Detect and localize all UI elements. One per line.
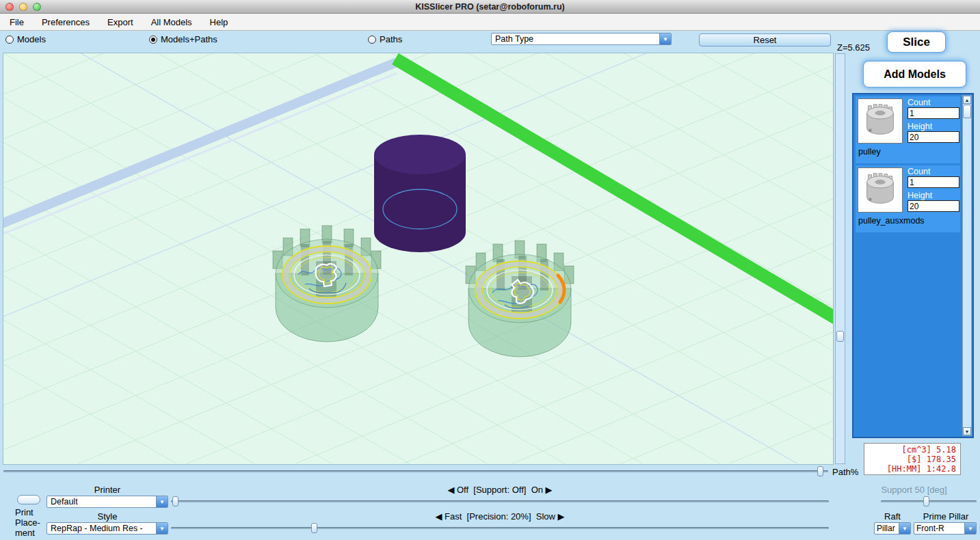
viewport-scrollbar[interactable] [835,53,845,464]
bed-background [3,53,833,463]
model-pulley-right[interactable] [466,241,574,357]
stat-time: [HH:MM] 1:42.8 [887,464,956,474]
model-list-scrollbar[interactable]: ▲ ▼ [962,95,972,436]
view-mode-models[interactable]: Models [5,34,46,44]
prime-pillar-value: Front-R [914,523,964,534]
menu-item-all-models[interactable]: All Models [151,17,192,27]
precision-label[interactable]: ◀ Fast [Precision: 20%] Slow ▶ [171,511,829,522]
support-slider-track [171,500,829,502]
precision-slider[interactable] [171,523,829,533]
radio-icon [5,36,14,44]
count-label: Count [908,167,930,176]
model-count-input[interactable] [908,107,959,119]
support-deg-slider-thumb[interactable] [923,496,929,507]
add-models-button[interactable]: Add Models [863,61,966,87]
model-cylinder[interactable] [374,135,466,252]
height-label: Height [908,191,932,200]
print-placement-button[interactable] [17,495,40,504]
printer-value: Default [47,496,156,507]
view-mode-paths[interactable]: Paths [368,34,402,44]
menu-item-export[interactable]: Export [107,17,133,27]
toolbar: Models Models+Paths Paths Path Type ▼ Re… [0,31,980,49]
dropdown-arrow-icon: ▼ [964,523,976,534]
model-name: pulley_ausxmods [858,216,925,226]
model-height-input[interactable] [908,131,959,143]
raft-value: Pillar [875,523,899,534]
path-type-dropdown[interactable]: Path Type ▼ [491,33,672,45]
support-slider[interactable] [171,496,829,507]
print-placement-label-1: Print [15,507,34,517]
dropdown-arrow-icon: ▼ [156,523,168,534]
reset-button[interactable]: Reset [699,33,831,46]
slice-button[interactable]: Slice [887,31,946,53]
model-name: pulley [858,147,881,157]
printer-label: Printer [47,485,168,495]
support-slider-thumb[interactable] [172,496,178,507]
model-list-scrollbar-thumb[interactable] [963,105,971,118]
path-percent-label: Path% [832,467,858,477]
model-card-pulley[interactable]: Count Height pulley [856,96,960,163]
model-count-input[interactable] [908,176,959,188]
path-percent-slider[interactable] [3,466,828,476]
gear-model-icon [858,168,902,212]
print-stats-box: [cm^3] 5.18 [$] 178.35 [HH:MM] 1:42.8 [864,443,961,475]
prime-pillar-label: Prime Pillar [914,511,978,522]
print-bed-scene [3,53,833,463]
model-thumbnail [858,167,903,213]
dropdown-arrow-icon: ▼ [659,33,671,44]
dropdown-arrow-icon: ▼ [156,496,168,507]
support-deg-label: Support 50 [deg] [848,485,980,495]
model-pulley-left[interactable] [273,226,381,342]
view-mode-models-paths[interactable]: Models+Paths [149,34,217,44]
radio-icon [368,36,376,44]
dropdown-arrow-icon: ▼ [899,523,910,534]
model-thumbnail [858,98,903,144]
gear-model-icon [858,99,902,143]
menu-item-help[interactable]: Help [210,17,228,27]
style-dropdown[interactable]: RepRap - Medium Res - ▼ [47,522,168,535]
menu-item-preferences[interactable]: Preferences [42,17,90,27]
model-list: Count Height pulley C [852,93,974,438]
style-label: Style [47,511,168,522]
raft-dropdown[interactable]: Pillar ▼ [874,522,911,535]
model-height-input[interactable] [908,200,959,212]
bottom-panel: Print Place- ment Printer Default ▼ ◀ Of… [0,478,980,540]
count-label: Count [908,98,930,107]
radio-icon-selected [149,36,157,44]
titlebar: KISSlicer PRO (setar@roboforum.ru) [0,0,980,14]
app-window: KISSlicer PRO (setar@roboforum.ru) File … [0,0,980,540]
view-mode-models-paths-label: Models+Paths [161,34,217,44]
path-percent-slider-track [3,470,828,472]
style-value: RepRap - Medium Res - [47,523,156,534]
support-toggle-label[interactable]: ◀ Off [Support: Off] On ▶ [171,485,829,495]
path-type-value: Path Type [492,33,659,44]
menubar: File Preferences Export All Models Help [0,14,980,31]
view-mode-paths-label: Paths [380,34,402,44]
precision-slider-track [171,527,829,529]
viewport-scrollbar-thumb[interactable] [836,331,844,342]
raft-label: Raft [874,511,911,522]
model-card-pulley-ausxmods[interactable]: Count Height pulley_ausxmods [856,165,960,232]
print-placement-label-2: Place- [15,517,40,528]
printer-dropdown[interactable]: Default ▼ [47,496,168,508]
window-title: KISSlicer PRO (setar@roboforum.ru) [0,2,980,12]
menu-item-file[interactable]: File [10,17,24,27]
height-label: Height [908,122,932,131]
print-placement-label-3: ment [15,528,35,538]
stat-cost: [$] 178.35 [907,455,956,464]
prime-pillar-dropdown[interactable]: Front-R ▼ [914,522,977,535]
view-mode-models-label: Models [17,34,46,44]
path-percent-slider-thumb[interactable] [817,466,823,476]
stat-volume: [cm^3] 5.18 [902,445,956,455]
scroll-down-icon[interactable]: ▼ [963,427,971,435]
z-height-label: Z=5.625 [837,42,870,53]
scroll-up-icon[interactable]: ▲ [963,96,971,104]
precision-slider-thumb[interactable] [311,523,317,533]
support-deg-slider[interactable] [881,496,977,507]
viewport-3d[interactable] [3,53,833,464]
